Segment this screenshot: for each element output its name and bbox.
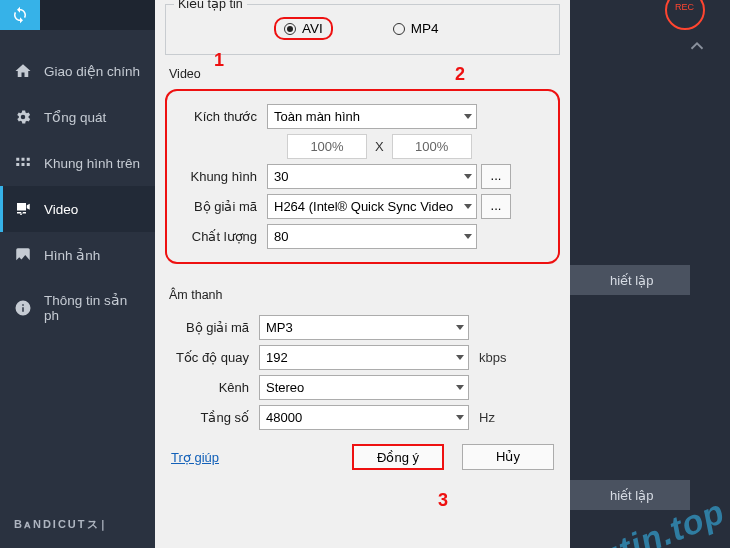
frame-label: Khung hình (173, 169, 263, 184)
width-pct[interactable]: 100% (287, 134, 367, 159)
frame-select[interactable]: 30 (267, 164, 477, 189)
nav-label: Giao diện chính (44, 63, 140, 79)
chevron-down-icon (456, 415, 464, 420)
sample-unit: Hz (473, 410, 495, 425)
chevron-down-icon (464, 174, 472, 179)
quality-select[interactable]: 80 (267, 224, 477, 249)
settings-button-1[interactable]: hiết lập (570, 265, 690, 295)
codec-label: Bộ giải mã (173, 199, 263, 214)
bitrate-unit: kbps (473, 350, 506, 365)
audio-group: Âm thanh Bộ giải mã MP3 Tốc độ quay 192 … (165, 282, 560, 430)
chevron-down-icon (464, 204, 472, 209)
nav-fps[interactable]: Khung hình trên (0, 140, 155, 186)
gear-icon (14, 108, 32, 126)
video-annotation-box: Kích thước Toàn màn hình 100% X 100% Khu… (165, 89, 560, 264)
annotation-1: 1 (214, 50, 224, 71)
nav-general[interactable]: Tổng quát (0, 94, 155, 140)
size-select[interactable]: Toàn màn hình (267, 104, 477, 129)
channel-select[interactable]: Stereo (259, 375, 469, 400)
topbar (0, 0, 155, 30)
frame-more-button[interactable]: ... (481, 164, 511, 189)
nav-video[interactable]: Video (0, 186, 155, 232)
cancel-button[interactable]: Hủy (462, 444, 554, 470)
nav-about[interactable]: Thông tin sản ph (0, 278, 155, 337)
acodec-select[interactable]: MP3 (259, 315, 469, 340)
rec-label: REC (675, 2, 694, 12)
radio-dot-icon (284, 23, 296, 35)
nav-label: Khung hình trên (44, 156, 140, 171)
codec-select[interactable]: H264 (Intel® Quick Sync Video (267, 194, 477, 219)
channel-label: Kênh (165, 380, 255, 395)
right-panel: REC hiết lập hiết lập (570, 0, 730, 548)
nav-label: Thông tin sản ph (44, 292, 141, 323)
sample-label: Tầng số (165, 410, 255, 425)
nav-label: Hình ảnh (44, 247, 100, 263)
radio-dot-icon (393, 23, 405, 35)
bitrate-select[interactable]: 192 (259, 345, 469, 370)
nav-label: Video (44, 202, 78, 217)
height-pct[interactable]: 100% (392, 134, 472, 159)
settings-dialog: Kiểu tập tin AVI MP4 Video Kích thước To… (155, 0, 570, 548)
settings-button-2[interactable]: hiết lập (570, 480, 690, 510)
video-group: Video Kích thước Toàn màn hình 100% X 10… (165, 61, 560, 264)
codec-more-button[interactable]: ... (481, 194, 511, 219)
nav-home[interactable]: Giao diện chính (0, 48, 155, 94)
chevron-down-icon (456, 355, 464, 360)
chevron-down-icon (456, 325, 464, 330)
acodec-label: Bộ giải mã (165, 320, 255, 335)
frames-icon (14, 154, 32, 172)
ok-button[interactable]: Đồng ý (352, 444, 444, 470)
nav-image[interactable]: Hình ảnh (0, 232, 155, 278)
chevron-down-icon (464, 234, 472, 239)
image-icon (14, 246, 32, 264)
audio-legend: Âm thanh (165, 282, 560, 310)
quality-label: Chất lượng (173, 229, 263, 244)
x-separator: X (367, 139, 392, 154)
radio-avi[interactable]: AVI (274, 17, 333, 40)
sidebar: Vui lòng nhấn vào Giao diện chính Tổng q… (0, 0, 155, 548)
chevron-down-icon (456, 385, 464, 390)
chevron-down-icon (464, 114, 472, 119)
branding: BᴀNDICUTス| (14, 517, 108, 532)
file-type-group: Kiểu tập tin AVI MP4 (165, 4, 560, 55)
sample-select[interactable]: 48000 (259, 405, 469, 430)
annotation-3: 3 (438, 490, 448, 511)
bitrate-label: Tốc độ quay (165, 350, 255, 365)
info-icon (14, 299, 32, 317)
home-icon (14, 62, 32, 80)
radio-mp4[interactable]: MP4 (393, 21, 439, 36)
refresh-icon[interactable] (0, 0, 40, 30)
help-link[interactable]: Trợ giúp (171, 450, 219, 465)
sidebar-nav: Giao diện chính Tổng quát Khung hình trê… (0, 48, 155, 337)
video-icon (14, 200, 32, 218)
video-legend: Video (165, 61, 560, 89)
record-button[interactable]: REC (665, 0, 705, 30)
file-type-legend: Kiểu tập tin (174, 0, 247, 11)
nav-label: Tổng quát (44, 109, 106, 125)
radio-label: MP4 (411, 21, 439, 36)
annotation-2: 2 (455, 64, 465, 85)
dialog-buttons: Trợ giúp Đồng ý Hủy (155, 438, 570, 476)
size-label: Kích thước (173, 109, 263, 124)
radio-label: AVI (302, 21, 323, 36)
collapse-icon[interactable] (686, 35, 708, 61)
